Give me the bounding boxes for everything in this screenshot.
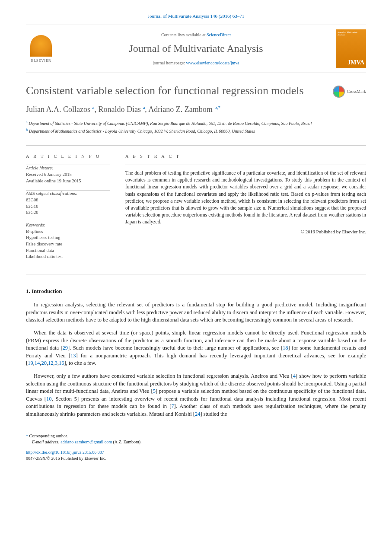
keyword: Hypotheses testing bbox=[26, 235, 110, 241]
ams-title: AMS subject classifications: bbox=[26, 191, 110, 197]
authors: Julian A.A. Collazos a, Ronaldo Dias a, … bbox=[26, 104, 366, 115]
abstract-heading: A B S T R A C T bbox=[125, 153, 366, 159]
body-paragraph: However, only a few authors have conside… bbox=[26, 373, 366, 418]
email-link[interactable]: adriano.zambom@gmail.com bbox=[61, 439, 112, 444]
sciencedirect-link[interactable]: ScienceDirect bbox=[207, 32, 231, 37]
ams-block: AMS subject classifications: 62G08 62G10… bbox=[26, 191, 110, 216]
keyword: Likelihood ratio test bbox=[26, 254, 110, 260]
body-paragraph: When the data is observed at several tim… bbox=[26, 329, 366, 367]
title-row: Consistent variable selection for functi… bbox=[26, 84, 366, 98]
elsevier-label: ELSEVIER bbox=[31, 58, 51, 64]
abstract-divider bbox=[125, 165, 366, 165]
ref-link[interactable]: 14 bbox=[35, 360, 40, 366]
article-info-heading: A R T I C L E I N F O bbox=[26, 153, 110, 159]
doi-link[interactable]: http://dx.doi.org/10.1016/j.jmva.2015.06… bbox=[26, 450, 104, 455]
footer-block: http://dx.doi.org/10.1016/j.jmva.2015.06… bbox=[26, 449, 366, 462]
crossmark-icon bbox=[333, 86, 345, 98]
author-2: Ronaldo Dias bbox=[98, 105, 143, 114]
ref-link[interactable]: 20 bbox=[41, 360, 47, 366]
email-label: E-mail address: bbox=[32, 439, 61, 444]
footnote-corr: Corresponding author. bbox=[28, 433, 68, 438]
author-3-corr[interactable]: * bbox=[218, 105, 221, 110]
contents-line: Contents lists available at ScienceDirec… bbox=[56, 32, 336, 38]
journal-title: Journal of Multivariate Analysis bbox=[56, 41, 336, 56]
para-text: However, only a few authors have conside… bbox=[34, 373, 293, 379]
cover-abbrev: JMVA bbox=[338, 58, 364, 67]
ams-code: 62G10 bbox=[26, 204, 110, 210]
corresponding-footnote: * Corresponding author. bbox=[26, 433, 366, 439]
ref-link[interactable]: 24 bbox=[195, 411, 201, 417]
ref-link[interactable]: 12 bbox=[48, 360, 54, 366]
ref-link[interactable]: 3 bbox=[55, 360, 57, 366]
ams-code: 62G20 bbox=[26, 210, 110, 216]
online-date: Available online 19 June 2015 bbox=[26, 178, 110, 185]
affil-a-text: Department of Statistics - State Univers… bbox=[28, 121, 312, 126]
author-3-aff[interactable]: b, bbox=[214, 105, 218, 110]
received-date: Received 6 January 2015 bbox=[26, 172, 110, 178]
top-citation: Journal of Multivariate Analysis 146 (20… bbox=[26, 13, 366, 19]
crossmark-badge[interactable]: CrossMark bbox=[327, 86, 366, 98]
keyword: B-splines bbox=[26, 229, 110, 235]
footnote-rule bbox=[26, 431, 78, 431]
body-paragraph: In regression analysis, selecting the re… bbox=[26, 301, 366, 324]
email-who: (A.Z. Zambom). bbox=[112, 439, 142, 444]
abstract-copyright: © 2016 Published by Elsevier Inc. bbox=[125, 229, 366, 235]
ref-link[interactable]: 18 bbox=[283, 345, 288, 351]
elsevier-logo: ELSEVIER bbox=[26, 32, 56, 66]
abstract-text: The dual problem of testing the predicti… bbox=[125, 169, 366, 225]
abstract-col: A B S T R A C T The dual problem of test… bbox=[125, 153, 366, 266]
author-1: Julian A.A. Collazos bbox=[26, 105, 92, 114]
article-title: Consistent variable selection for functi… bbox=[26, 84, 327, 97]
affiliation-a: a Department of Statistics - State Unive… bbox=[26, 120, 366, 127]
keyword: Functional data bbox=[26, 248, 110, 254]
keywords-block: Keywords: B-splines Hypotheses testing F… bbox=[26, 222, 110, 260]
info-abstract-block: A R T I C L E I N F O Article history: R… bbox=[26, 145, 366, 274]
masthead-center: Contents lists available at ScienceDirec… bbox=[56, 32, 336, 67]
section-heading-intro: 1. Introduction bbox=[26, 287, 366, 295]
para-text: ], to cite a few. bbox=[64, 360, 96, 366]
ref-link[interactable]: 10 bbox=[46, 396, 52, 402]
ref-link[interactable]: 16 bbox=[59, 360, 64, 366]
para-text: ]. Such models have become increasingly … bbox=[68, 345, 283, 351]
masthead: ELSEVIER Contents lists available at Sci… bbox=[26, 25, 366, 73]
elsevier-tree-icon bbox=[30, 35, 52, 57]
affiliations: a Department of Statistics - State Unive… bbox=[26, 120, 366, 135]
affiliation-b: b Department of Mathematics and Statisti… bbox=[26, 127, 366, 134]
cover-small-text: Journal of Multivariate Analysis bbox=[338, 31, 364, 36]
homepage-prefix: journal homepage: bbox=[153, 61, 186, 65]
issn-line: 0047-259X/© 2016 Published by Elsevier I… bbox=[26, 456, 106, 461]
contents-prefix: Contents lists available at bbox=[161, 32, 207, 37]
homepage-line: journal homepage: www.elsevier.com/locat… bbox=[56, 60, 336, 66]
keywords-title: Keywords: bbox=[26, 222, 110, 229]
ref-link[interactable]: 29 bbox=[63, 345, 68, 351]
email-footnote: E-mail address: adriano.zambom@gmail.com… bbox=[26, 439, 366, 445]
homepage-link[interactable]: www.elsevier.com/locate/jmva bbox=[186, 61, 239, 65]
affil-b-text: Department of Mathematics and Statistics… bbox=[28, 129, 255, 134]
page: Journal of Multivariate Analysis 146 (20… bbox=[0, 0, 392, 535]
ref-link[interactable]: 13 bbox=[70, 353, 76, 359]
crossmark-text: CrossMark bbox=[347, 89, 366, 95]
author-3: Adriano Z. Zambom bbox=[148, 105, 214, 114]
para-text: ] studied the bbox=[200, 411, 227, 417]
article-history-block: Article history: Received 6 January 2015… bbox=[26, 165, 110, 184]
journal-cover: Journal of Multivariate Analysis JMVA bbox=[336, 29, 366, 68]
keyword: False discovery rate bbox=[26, 241, 110, 248]
ams-code: 62G08 bbox=[26, 197, 110, 204]
article-info-col: A R T I C L E I N F O Article history: R… bbox=[26, 153, 110, 266]
history-title: Article history: bbox=[26, 165, 110, 172]
ref-link[interactable]: 19 bbox=[28, 360, 33, 366]
